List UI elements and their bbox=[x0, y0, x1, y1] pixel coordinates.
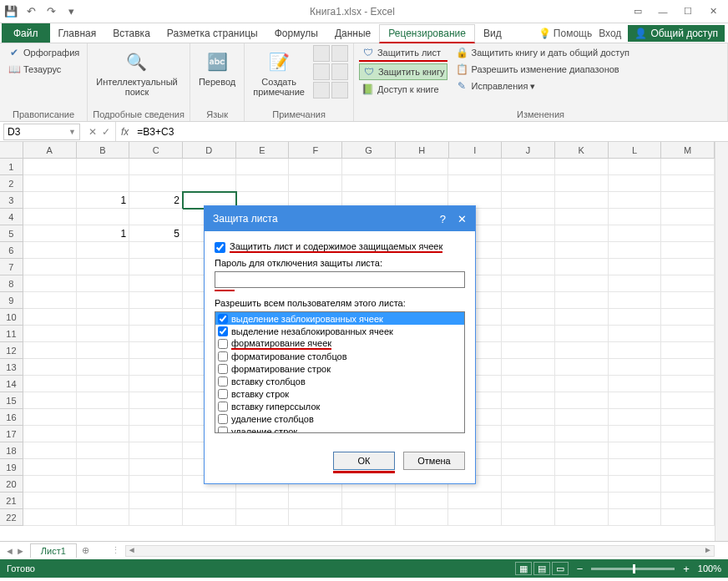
cell[interactable] bbox=[77, 175, 130, 192]
show-comment-icon[interactable] bbox=[331, 63, 348, 80]
perm-item[interactable]: вставку строк bbox=[215, 387, 464, 400]
row-header[interactable]: 13 bbox=[0, 359, 23, 376]
share-workbook-button[interactable]: 📗Доступ к книге bbox=[359, 82, 448, 97]
cell[interactable] bbox=[23, 342, 77, 359]
cell[interactable] bbox=[448, 175, 502, 192]
row-header[interactable]: 9 bbox=[0, 292, 23, 309]
cell[interactable] bbox=[396, 175, 449, 192]
cell[interactable] bbox=[502, 259, 555, 275]
protect-share-button[interactable]: 🔒Защитить книгу и дать общий доступ bbox=[452, 45, 631, 60]
tab-formulas[interactable]: Формулы bbox=[266, 23, 326, 43]
sheet-nav-next-icon[interactable]: ► bbox=[16, 546, 25, 556]
translate-button[interactable]: 🔤 Перевод bbox=[195, 45, 239, 90]
cell[interactable] bbox=[129, 442, 183, 459]
permissions-list[interactable]: выделение заблокированных ячеек выделени… bbox=[215, 311, 465, 433]
name-box[interactable]: D3▼ bbox=[3, 124, 80, 140]
cell[interactable] bbox=[609, 225, 662, 242]
cell[interactable] bbox=[661, 175, 715, 192]
cell[interactable] bbox=[609, 209, 662, 225]
cell[interactable] bbox=[609, 459, 662, 476]
cell[interactable] bbox=[502, 225, 555, 242]
cell[interactable] bbox=[23, 326, 77, 342]
cell[interactable] bbox=[129, 476, 183, 493]
add-sheet-icon[interactable]: ⊕ bbox=[77, 545, 94, 556]
cell[interactable] bbox=[555, 225, 609, 242]
cell[interactable] bbox=[129, 493, 183, 509]
cell[interactable] bbox=[555, 242, 609, 259]
cell[interactable] bbox=[23, 426, 77, 442]
prev-comment-icon[interactable] bbox=[331, 45, 348, 62]
cell[interactable] bbox=[555, 259, 609, 275]
cell[interactable] bbox=[129, 342, 183, 359]
cell[interactable] bbox=[502, 376, 555, 392]
cell[interactable] bbox=[609, 259, 662, 275]
perm-item[interactable]: выделение заблокированных ячеек bbox=[215, 312, 464, 325]
col-header[interactable]: I bbox=[449, 142, 503, 158]
perm-item[interactable]: вставку гиперссылок bbox=[215, 400, 464, 412]
cell[interactable] bbox=[502, 209, 555, 225]
row-header[interactable]: 21 bbox=[0, 493, 23, 509]
cell[interactable] bbox=[183, 159, 236, 175]
cell[interactable] bbox=[555, 292, 609, 309]
cell[interactable] bbox=[183, 175, 236, 192]
cell[interactable] bbox=[129, 275, 183, 292]
ok-button[interactable]: ОК bbox=[333, 452, 395, 470]
perm-item[interactable]: вставку столбцов bbox=[215, 375, 464, 387]
cell[interactable] bbox=[129, 259, 183, 275]
tab-home[interactable]: Главная bbox=[50, 23, 105, 43]
cell[interactable] bbox=[77, 426, 130, 442]
tab-view[interactable]: Вид bbox=[475, 23, 510, 43]
cell[interactable] bbox=[502, 493, 555, 509]
cell[interactable] bbox=[77, 359, 130, 376]
perm-checkbox[interactable] bbox=[218, 427, 228, 434]
cell[interactable] bbox=[129, 392, 183, 409]
cell[interactable] bbox=[609, 376, 662, 392]
row-header[interactable]: 8 bbox=[0, 275, 23, 292]
perm-item[interactable]: удаление столбцов bbox=[215, 412, 464, 425]
cell[interactable] bbox=[555, 309, 609, 326]
cell[interactable]: 5 bbox=[129, 225, 183, 242]
cell[interactable] bbox=[342, 159, 396, 175]
cell[interactable] bbox=[661, 192, 715, 209]
cell[interactable] bbox=[661, 442, 715, 459]
cell[interactable] bbox=[129, 376, 183, 392]
cell[interactable] bbox=[661, 225, 715, 242]
perm-item[interactable]: форматирование строк bbox=[215, 362, 464, 375]
cell[interactable] bbox=[609, 242, 662, 259]
perm-checkbox[interactable] bbox=[218, 414, 228, 424]
perm-checkbox[interactable] bbox=[218, 314, 228, 324]
cell[interactable] bbox=[502, 159, 555, 175]
perm-checkbox[interactable] bbox=[218, 339, 228, 349]
row-header[interactable]: 17 bbox=[0, 426, 23, 442]
cell[interactable] bbox=[555, 275, 609, 292]
cell[interactable] bbox=[555, 192, 609, 209]
cell[interactable] bbox=[129, 242, 183, 259]
redo-icon[interactable]: ↷ bbox=[43, 4, 58, 19]
row-header[interactable]: 20 bbox=[0, 476, 23, 493]
cell[interactable] bbox=[502, 359, 555, 376]
cell[interactable] bbox=[289, 175, 342, 192]
cell[interactable] bbox=[129, 159, 183, 175]
cell[interactable] bbox=[502, 476, 555, 493]
perm-checkbox[interactable] bbox=[218, 376, 228, 386]
cell[interactable] bbox=[23, 175, 77, 192]
vertical-scrollbar[interactable] bbox=[715, 142, 728, 541]
zoom-out-icon[interactable]: − bbox=[577, 563, 584, 575]
cell[interactable] bbox=[77, 376, 130, 392]
cell[interactable] bbox=[555, 493, 609, 509]
col-header[interactable]: B bbox=[77, 142, 130, 158]
row-header[interactable]: 6 bbox=[0, 242, 23, 259]
ribbon-options-icon[interactable]: ▭ bbox=[626, 3, 650, 20]
cell[interactable] bbox=[77, 342, 130, 359]
cell[interactable] bbox=[77, 309, 130, 326]
cell[interactable] bbox=[661, 376, 715, 392]
cell[interactable] bbox=[23, 476, 77, 493]
undo-icon[interactable]: ↶ bbox=[23, 4, 38, 19]
row-header[interactable]: 19 bbox=[0, 459, 23, 476]
cell[interactable] bbox=[609, 359, 662, 376]
cell[interactable] bbox=[129, 459, 183, 476]
dialog-help-icon[interactable]: ? bbox=[440, 213, 446, 225]
cell[interactable] bbox=[77, 459, 130, 476]
chevron-down-icon[interactable]: ▼ bbox=[68, 128, 76, 136]
cell[interactable] bbox=[342, 509, 396, 526]
